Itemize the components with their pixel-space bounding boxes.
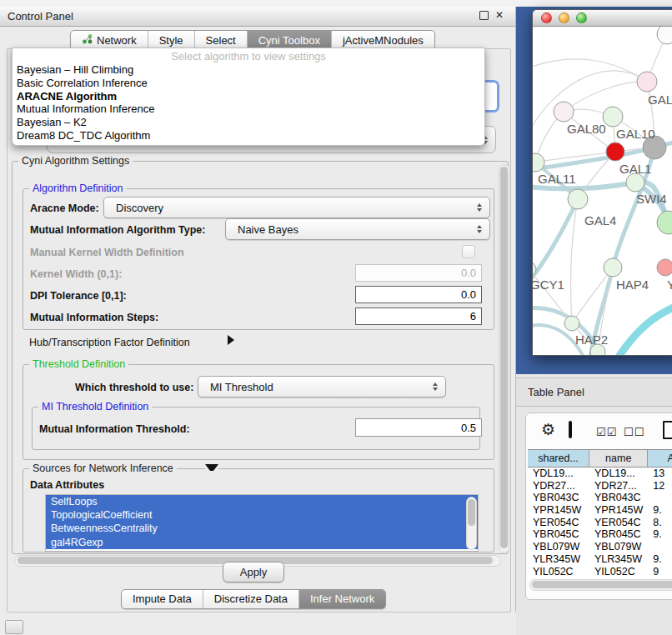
table-row[interactable]: YBR045CYBR045C9.: [528, 528, 672, 541]
float-window-icon[interactable]: [479, 11, 489, 20]
minimize-traffic-light-icon[interactable]: [559, 12, 569, 23]
table-row[interactable]: YER054CYER054C8.: [528, 517, 672, 529]
collapse-triangle-icon[interactable]: [205, 464, 218, 471]
document-icon[interactable]: [663, 421, 672, 439]
mi-steps-field[interactable]: 6: [355, 308, 482, 325]
control-panel-titlebar: Control Panel ✕: [0, 7, 515, 27]
algorithm-option-list: Bayesian – Hill ClimbingBasic Correlatio…: [13, 63, 484, 142]
attribute-list-scrollbar[interactable]: [466, 497, 477, 550]
network-canvas[interactable]: GALGAL80GAL10GAL1GAL11SWI4GAL4GCY1HAP4YH…: [533, 27, 672, 355]
control-panel-title: Control Panel: [0, 10, 73, 22]
apply-button[interactable]: Apply: [223, 562, 284, 582]
table-row[interactable]: YBR043CYBR043C: [528, 492, 672, 504]
algorithm-option-basic-correlation-inference[interactable]: Basic Correlation Inference: [13, 77, 484, 90]
hub-definition-label[interactable]: Hub/Transcription Factor Definition: [29, 337, 190, 348]
network-node[interactable]: [564, 316, 579, 331]
network-graph: GALGAL80GAL10GAL1GAL11SWI4GAL4GCY1HAP4YH…: [533, 27, 672, 355]
algorithm-definition-title: Algorithm Definition: [29, 182, 126, 194]
sources-group: Sources for Network Inference Data Attri…: [23, 468, 494, 552]
node-label-swi4: SWI4: [636, 192, 667, 206]
table-row[interactable]: YDL19...YDL19...13: [528, 468, 672, 480]
node-label-gal11: GAL11: [538, 172, 576, 186]
table-panel-header: Table Panel: [516, 378, 672, 407]
attribute-topologicalcoefficient[interactable]: TopologicalCoefficient: [46, 508, 478, 522]
algorithm-dropdown-popup: Select algorithm to view settings Bayesi…: [12, 48, 485, 146]
table-row[interactable]: YDR27...YDR27...12: [528, 480, 672, 492]
network-edge[interactable]: [564, 82, 647, 112]
node-table: shared...nameA YDL19...YDL19...13YDR27..…: [528, 449, 672, 579]
expand-triangle-icon[interactable]: [228, 335, 234, 345]
node-label-gal80: GAL80: [567, 122, 606, 136]
tab-impute-data[interactable]: Impute Data: [122, 590, 203, 608]
table-row[interactable]: YBL079WYBL079W: [528, 541, 672, 553]
node-label-gal1: GAL1: [619, 162, 651, 176]
network-node[interactable]: [637, 72, 657, 92]
aracne-mode-combo[interactable]: Discovery: [103, 197, 490, 218]
network-edge[interactable]: [533, 59, 647, 82]
network-node[interactable]: [626, 173, 644, 192]
algorithm-option-bayesian-hill-climbing[interactable]: Bayesian – Hill Climbing: [13, 63, 484, 77]
mi-threshold-field[interactable]: 0.5: [355, 418, 482, 437]
select-all-checked-icon[interactable]: ☑☑: [596, 426, 617, 438]
close-panel-icon[interactable]: ✕: [495, 10, 504, 20]
zoom-traffic-light-icon[interactable]: [576, 12, 587, 23]
network-node[interactable]: [657, 259, 672, 276]
mi-threshold-label: Mutual Information Threshold:: [39, 423, 190, 435]
network-node[interactable]: [606, 142, 624, 161]
close-traffic-light-icon[interactable]: [541, 12, 552, 23]
network-edge[interactable]: [619, 307, 672, 355]
columns-icon[interactable]: [569, 421, 572, 438]
mi-threshold-group: MI Threshold Definition Mutual Informati…: [32, 407, 480, 450]
table-horizontal-scrollbar[interactable]: [529, 579, 672, 591]
threshold-definition-title: Threshold Definition: [29, 358, 128, 370]
mi-algorithm-type-combo[interactable]: Naive Bayes: [225, 218, 490, 240]
column-header-a[interactable]: A: [648, 450, 672, 467]
which-threshold-label: Which threshold to use:: [75, 382, 193, 393]
network-node[interactable]: [657, 211, 672, 234]
node-label-gcy1: GCY1: [533, 278, 564, 292]
algorithm-option-dream8-dc-tdc-algorithm[interactable]: Dream8 DC_TDC Algorithm: [13, 129, 484, 142]
tab-infer-network[interactable]: Infer Network: [298, 590, 385, 608]
table-panel-card: ⚙ ☑☑ ☐☐ shared...nameA YDL19...YDL19...1…: [525, 412, 672, 600]
bottom-tabbar: Impute DataDiscretize DataInfer Network: [121, 589, 386, 609]
which-threshold-combo[interactable]: MI Threshold: [198, 376, 446, 398]
kernel-width-field[interactable]: 0.0: [355, 264, 482, 282]
node-label-hap4: HAP4: [616, 278, 649, 292]
attribute-betweennesscentrality[interactable]: BetweennessCentrality: [46, 522, 478, 535]
network-edge[interactable]: [570, 199, 578, 323]
table-panel-title: Table Panel: [516, 386, 584, 398]
minimized-panel-icon[interactable]: [5, 620, 23, 634]
algorithm-definition-group: Algorithm Definition Aracne Mode: Discov…: [23, 188, 494, 330]
tab-discretize-data[interactable]: Discretize Data: [203, 590, 298, 608]
network-window-titlebar[interactable]: [533, 10, 672, 27]
select-all-unchecked-icon[interactable]: ☐☐: [624, 426, 644, 438]
column-header-shared-[interactable]: shared...: [528, 450, 589, 467]
screen: GALGAL80GAL10GAL1GAL11SWI4GAL4GCY1HAP4YH…: [0, 0, 672, 635]
network-node[interactable]: [604, 258, 622, 277]
algorithm-option-bayesian-k2[interactable]: Bayesian – K2: [13, 116, 484, 129]
settings-gear-icon[interactable]: ⚙: [541, 422, 555, 438]
sources-title: Sources for Network Inference: [29, 462, 177, 474]
table-row[interactable]: YPR145WYPR145W9.: [528, 504, 672, 517]
mi-algorithm-type-label: Mutual Information Algorithm Type:: [30, 224, 205, 236]
network-node[interactable]: [657, 27, 672, 44]
algorithm-option-aracne-algorithm[interactable]: ARACNE Algorithm: [13, 90, 484, 103]
dpi-tolerance-field[interactable]: 0.0: [355, 286, 482, 303]
node-label-y: Y: [667, 278, 672, 292]
attribute-gal4rgexp[interactable]: gal4RGexp: [46, 536, 478, 549]
manual-kernel-width-checkbox[interactable]: [462, 245, 475, 258]
network-node[interactable]: [568, 189, 588, 209]
kernel-width-label: Kernel Width (0,1):: [30, 268, 122, 280]
node-label-gal10: GAL10: [616, 127, 655, 141]
settings-vertical-scrollbar[interactable]: [499, 164, 509, 553]
table-header-row: shared...nameA: [528, 449, 672, 468]
combo-stepper-icon: [477, 225, 482, 233]
table-row[interactable]: YLR345WYLR345W9.: [528, 553, 672, 566]
algorithm-option-mutual-information-inference[interactable]: Mutual Information Inference: [13, 102, 484, 116]
network-icon: [82, 33, 93, 47]
cyni-settings-title: Cyni Algorithm Settings: [18, 155, 133, 167]
table-row[interactable]: YIL052CYIL052C9: [528, 566, 672, 578]
network-node[interactable]: [554, 102, 574, 122]
column-header-name[interactable]: name: [589, 450, 648, 467]
attribute-selfloops[interactable]: SelfLoops: [46, 495, 478, 508]
